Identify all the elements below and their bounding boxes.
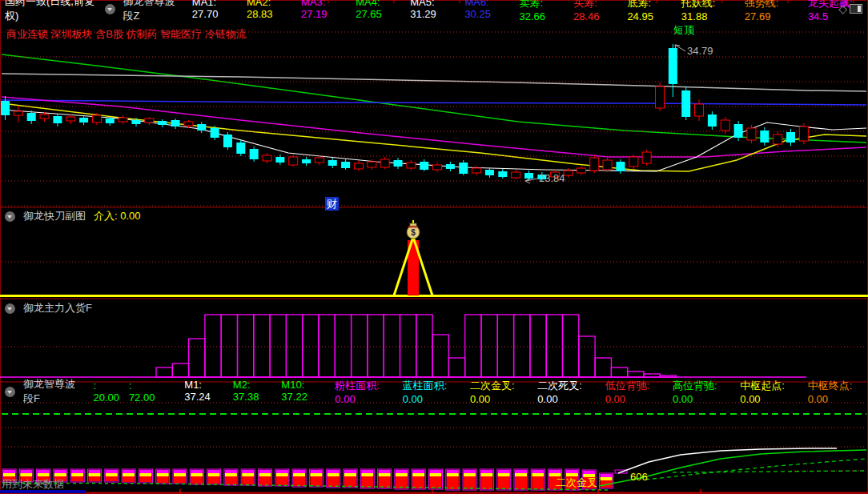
ma-gray	[2, 74, 866, 91]
high-price-label: 34.79	[687, 46, 713, 58]
field: 二次金叉: 0.00	[470, 379, 530, 405]
panel4-fields: M1: 37.24M2: 37.38M10: 37.22粉柱面积: 0.00蓝柱…	[184, 379, 868, 405]
field: M1: 37.24	[184, 379, 226, 405]
field: 高位背驰: 0.00	[673, 379, 733, 405]
ma-blue	[2, 100, 866, 105]
knife-baseline	[0, 295, 868, 297]
charts-canvas: $	[0, 0, 868, 494]
field: M2: 37.38	[233, 379, 275, 405]
band-bars	[2, 469, 613, 490]
green-dashed-a	[645, 459, 866, 480]
chevron-down-icon[interactable]	[5, 387, 15, 397]
field: 介入: 0.00	[94, 209, 141, 223]
panel3-title[interactable]: 御龙主力入货F	[23, 301, 92, 315]
num-606-label: 606	[630, 472, 648, 484]
field: 强势线: 27.69	[745, 0, 801, 22]
field: 中枢终点: 0.00	[808, 379, 868, 405]
field: 中枢起点: 0.00	[740, 379, 800, 405]
titlebar-fields: MA1: 27.70MA2: 28.83MA3: 27.19MA4: 27.65…	[192, 0, 868, 22]
field: 粉柱面积: 0.00	[335, 379, 395, 405]
svg-text:$: $	[411, 228, 416, 237]
scrollbar-thumb[interactable]	[0, 490, 86, 493]
field: 托妖线: 31.88	[681, 0, 737, 22]
chevron-down-icon[interactable]	[5, 211, 15, 222]
field: MA5: 31.29	[410, 0, 457, 22]
field: MA2: 28.83	[247, 0, 294, 22]
field: MA6: 30.25	[464, 0, 512, 22]
field: 低位背驰: 0.00	[605, 379, 665, 405]
field: 二次死叉: 0.00	[537, 379, 597, 405]
field: MA1: 27.70	[192, 0, 239, 22]
sector-tags[interactable]: 商业连锁 深圳板块 含B股 仿制药 智能医疗 冷链物流	[6, 29, 247, 41]
field: MA3: 27.19	[301, 0, 348, 22]
chevron-down-icon[interactable]	[5, 303, 15, 314]
diamond-icon[interactable]: ◇	[838, 2, 847, 15]
field: M10: 37.22	[281, 379, 328, 405]
panel4-params: : 20.00: 72.00	[93, 380, 157, 404]
low-price-label: 23.84	[539, 173, 565, 185]
inflow-histogram	[156, 315, 677, 377]
field: : 72.00	[129, 380, 157, 404]
stock-title: 国药一致(日线,前复权)	[5, 0, 98, 23]
indicator-name[interactable]: 御龙智尊波段Z	[123, 0, 184, 23]
panel4-title[interactable]: 御龙智尊波段F	[23, 377, 85, 406]
cai-watermark: 财	[325, 197, 339, 211]
window-layout-icon[interactable]	[850, 4, 862, 14]
panel4-header: 御龙智尊波段F : 20.00: 72.00 M1: 37.24M2: 37.3…	[5, 385, 868, 398]
field: 买筹: 28.46	[573, 0, 620, 22]
field: : 20.00	[93, 380, 121, 404]
future-data-warning: 用到未来数据	[2, 479, 64, 491]
main-chart-panel	[2, 54, 866, 171]
title-bar: 国药一致(日线,前复权) 御龙智尊波段Z MA1: 27.70MA2: 28.8…	[5, 2, 868, 15]
panel2-header: 御龙快刀副图 介入: 0.00	[5, 210, 141, 223]
green-dashed-b	[673, 471, 866, 472]
golden-cross-label: 二次金叉	[556, 477, 597, 489]
short-top-label: 短顶	[673, 25, 694, 37]
field: MA4: 27.65	[356, 0, 403, 22]
panel3-header: 御龙主力入货F	[5, 302, 92, 315]
panel2-title[interactable]: 御龙快刀副图	[23, 209, 86, 223]
field: 底筹: 24.95	[627, 0, 673, 22]
field: 蓝柱面积: 0.00	[403, 379, 463, 405]
chevron-down-icon[interactable]	[105, 4, 115, 14]
panel2-fields: 介入: 0.00	[94, 209, 141, 223]
trading-app-window: $ 国药一致(日线,前复权) 御龙智尊波段Z MA1: 27.70MA2: 28…	[0, 0, 868, 494]
field: 卖筹: 32.66	[519, 0, 565, 22]
money-bag-icon: $	[407, 220, 420, 239]
